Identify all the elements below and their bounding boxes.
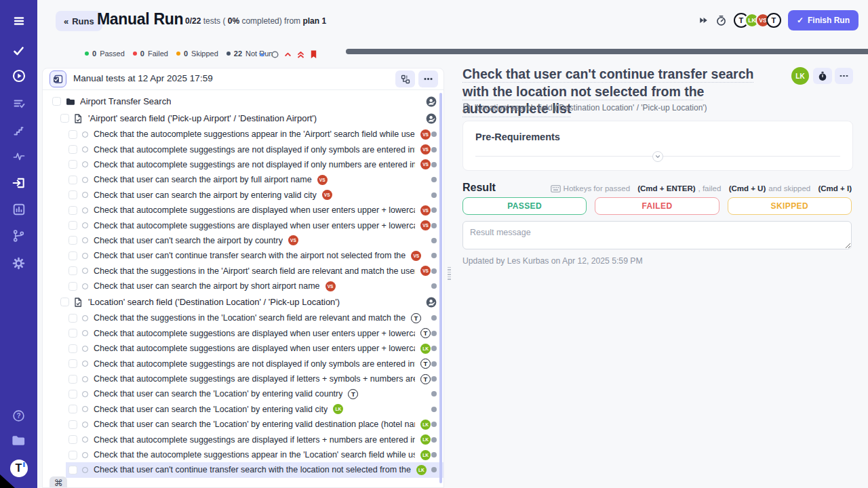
import-icon[interactable]: [0, 171, 37, 195]
assignee-check-icon[interactable]: [426, 113, 437, 124]
failed-button[interactable]: FAILED: [595, 197, 719, 215]
test-row[interactable]: Check that user can't continue transfer …: [43, 462, 443, 477]
row-checkbox[interactable]: [52, 97, 61, 106]
circle-status-icon[interactable]: [271, 50, 279, 59]
row-checkbox[interactable]: [68, 190, 77, 199]
result-message-input[interactable]: [462, 221, 852, 249]
chevron-down-icon[interactable]: [258, 50, 267, 59]
select-all-button[interactable]: [50, 70, 66, 87]
reports-chart-icon[interactable]: [0, 198, 37, 221]
test-row[interactable]: Check that the suggestions in the 'Airpo…: [43, 264, 443, 279]
passed-button[interactable]: PASSED: [462, 197, 587, 215]
pre-requirements-label: Pre-Requirements: [475, 131, 560, 142]
file-row[interactable]: 'Location' search field ('Destination Lo…: [43, 293, 443, 310]
finish-run-button[interactable]: ✓ Finish Run: [788, 10, 859, 30]
chevron-up-icon[interactable]: [283, 50, 292, 59]
assignee-check-icon[interactable]: [426, 96, 437, 107]
test-row[interactable]: Check that the autocomplete suggestions …: [43, 127, 443, 142]
row-checkbox[interactable]: [68, 405, 77, 413]
row-checkbox[interactable]: [68, 329, 77, 338]
row-checkbox[interactable]: [68, 420, 77, 429]
bookmark-icon[interactable]: [309, 49, 318, 59]
suites-list-check-icon[interactable]: [0, 92, 37, 115]
test-row[interactable]: Check that user can't continue transfer …: [43, 248, 443, 263]
test-row[interactable]: Check that user can search the 'Location…: [43, 402, 443, 417]
row-checkbox[interactable]: [60, 298, 69, 306]
fast-forward-icon[interactable]: [698, 16, 709, 25]
panel-splitter-handle[interactable]: [446, 265, 452, 281]
folder-row[interactable]: Airport Transfer Search: [43, 93, 443, 110]
steps-icon[interactable]: [0, 119, 37, 142]
not-run-status-icon: [82, 361, 88, 367]
test-breadcrumb[interactable]: 'Location' search field ('Destination Lo…: [462, 103, 707, 113]
row-checkbox[interactable]: [68, 160, 77, 169]
owner-avatar[interactable]: LK: [791, 67, 809, 85]
row-checkbox[interactable]: [68, 435, 77, 444]
row-checkbox[interactable]: [68, 251, 77, 260]
row-checkbox[interactable]: [68, 176, 77, 184]
row-checkbox[interactable]: [68, 206, 77, 215]
test-row[interactable]: Check that the autocomplete suggestions …: [43, 447, 443, 462]
test-row[interactable]: Check that autocomplete suggestings are …: [43, 432, 443, 447]
row-checkbox[interactable]: [68, 130, 77, 139]
tree-scrollbar[interactable]: [439, 93, 442, 483]
test-row[interactable]: Check that user can't search the airport…: [43, 233, 443, 248]
test-more-button[interactable]: [835, 68, 853, 84]
assignee-badge: VS: [288, 235, 298, 245]
test-row[interactable]: Check that autocomplete suggestings are …: [43, 157, 443, 172]
test-row[interactable]: Check that user can search the 'Location…: [43, 417, 443, 432]
branch-icon[interactable]: [0, 224, 37, 247]
tree-view-button[interactable]: [395, 70, 415, 87]
row-checkbox[interactable]: [68, 359, 77, 368]
tests-check-icon[interactable]: [0, 39, 37, 62]
row-checkbox[interactable]: [68, 145, 77, 154]
row-checkbox[interactable]: [68, 314, 77, 323]
row-checkbox[interactable]: [68, 221, 77, 230]
test-tree: Airport Transfer Search'Airport' search …: [43, 90, 443, 478]
row-checkbox[interactable]: [68, 466, 77, 474]
not-run-status-icon: [82, 467, 88, 473]
help-icon[interactable]: ?: [0, 404, 37, 427]
test-row[interactable]: Check that autocomplete suggestings are …: [43, 356, 443, 371]
avatar[interactable]: T: [766, 13, 781, 28]
row-checkbox[interactable]: [68, 344, 77, 353]
test-row[interactable]: Check that autocomplete suggestings are …: [43, 371, 443, 386]
row-label: Check that autocomplete suggestings are …: [94, 374, 415, 384]
projects-folder-icon[interactable]: [0, 428, 37, 451]
row-status-dot: [431, 283, 437, 289]
test-row[interactable]: Check that user can search the airport b…: [43, 172, 443, 187]
test-row[interactable]: Check that autocomplete suggestions are …: [43, 203, 443, 218]
test-timer-button[interactable]: [813, 68, 832, 84]
row-status-dot: [431, 177, 437, 182]
test-row[interactable]: Check that user can search the 'Location…: [43, 386, 443, 401]
tree-more-button[interactable]: [418, 70, 438, 87]
test-row[interactable]: Check that user can search the airport b…: [43, 279, 443, 293]
row-checkbox[interactable]: [68, 390, 77, 399]
file-row[interactable]: 'Airport' search field ('Pick-up Airport…: [43, 110, 443, 127]
settings-gear-icon[interactable]: [0, 251, 37, 274]
row-checkbox[interactable]: [68, 266, 77, 275]
row-checkbox[interactable]: [68, 236, 77, 245]
row-checkbox[interactable]: [68, 451, 77, 460]
row-checkbox[interactable]: [68, 375, 77, 384]
assignee-check-icon[interactable]: [426, 297, 437, 308]
test-row[interactable]: Check that autocomplete suggestions are …: [43, 341, 443, 356]
test-row[interactable]: Check that user can search the airport b…: [43, 188, 443, 203]
double-chevron-up-icon[interactable]: [296, 50, 305, 59]
row-status-dot: [431, 407, 437, 412]
row-status-dot: [431, 192, 437, 198]
run-play-circle-icon[interactable]: [0, 64, 37, 87]
test-row[interactable]: Check that autocomplete suggestions are …: [43, 326, 443, 341]
timer-history-icon[interactable]: [715, 15, 727, 26]
pulse-activity-icon[interactable]: [0, 145, 37, 168]
back-to-runs-button[interactable]: « Runs: [56, 11, 102, 31]
test-row[interactable]: Check that autocomplete suggestions are …: [43, 218, 443, 232]
test-row[interactable]: Check that the suggestions in the 'Locat…: [43, 310, 443, 325]
row-checkbox[interactable]: [60, 114, 69, 123]
not-run-status-icon: [82, 268, 88, 274]
row-checkbox[interactable]: [68, 282, 77, 291]
test-row[interactable]: Check that autocomplete suggestings are …: [43, 142, 443, 157]
skipped-button[interactable]: SKIPPED: [728, 197, 852, 215]
menu-icon[interactable]: [0, 9, 37, 33]
collapse-toggle[interactable]: [652, 151, 663, 162]
